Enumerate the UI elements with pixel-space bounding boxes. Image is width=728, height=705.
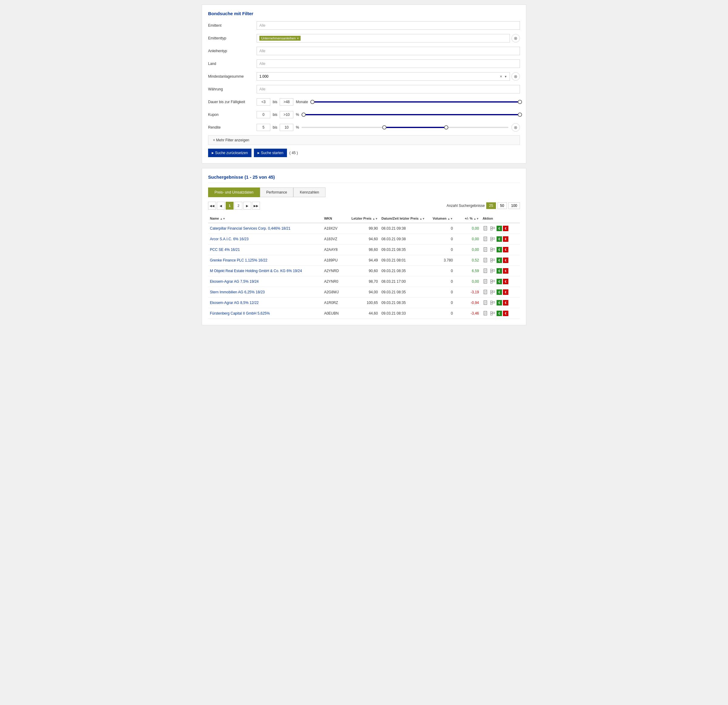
action-sell-icon[interactable]: € [503, 289, 508, 295]
waehrung-input[interactable] [257, 85, 520, 94]
page-size-25[interactable]: 25 [486, 202, 495, 209]
land-input[interactable] [257, 59, 520, 68]
dauer-max-value: >48 [280, 98, 293, 105]
page-prev-btn[interactable]: ◀ [217, 202, 225, 209]
action-buy-icon[interactable]: € [497, 311, 502, 316]
action-doc-icon[interactable] [482, 268, 489, 274]
kupon-thumb-right[interactable] [518, 113, 522, 117]
action-sell-icon[interactable]: € [503, 300, 508, 305]
action-doc-icon[interactable] [482, 289, 489, 295]
emittenttyp-tag: Unternehmensanleihen × [259, 36, 300, 40]
emittenttyp-tag-remove[interactable]: × [297, 36, 299, 40]
dauer-thumb-left[interactable] [310, 100, 315, 104]
kupon-label: Kupon [208, 113, 257, 117]
cell-name[interactable]: Ekosem-Agrar AG 7,5% 19/24 [208, 276, 322, 287]
page-last-btn[interactable]: ▶▶ [252, 202, 260, 209]
reset-search-button[interactable]: Suche zurücksetzen [208, 149, 251, 157]
tab-performance[interactable]: Performance [260, 188, 294, 197]
action-sell-icon[interactable]: € [503, 268, 508, 274]
cell-aktion: € € [481, 308, 520, 319]
cell-pct: 0,00 [455, 234, 481, 244]
emittent-input[interactable] [257, 21, 520, 30]
emittenttyp-input[interactable]: Unternehmensanleihen × [257, 34, 510, 42]
action-compare-icon[interactable] [490, 236, 495, 242]
col-header-wkn: WKN [322, 214, 348, 223]
action-compare-icon[interactable] [490, 257, 495, 263]
mindest-dropdown-arrow: ▼ [504, 75, 507, 78]
action-compare-icon[interactable] [490, 225, 495, 231]
action-doc-icon[interactable] [482, 257, 489, 263]
action-compare-icon[interactable] [490, 268, 495, 274]
tab-preis-umsatz[interactable]: Preis- und Umsatzdaten [208, 188, 260, 197]
svg-rect-53 [491, 301, 492, 302]
page-first-btn[interactable]: ◀◀ [208, 202, 216, 209]
action-doc-icon[interactable] [482, 236, 489, 242]
mindestanlagesumme-clear-btn[interactable]: ⊗ [511, 72, 520, 81]
page-size-50[interactable]: 50 [497, 202, 507, 209]
col-header-pct[interactable]: +/- % ▲▼ [455, 214, 481, 223]
dauer-slider[interactable] [310, 98, 520, 105]
cell-preis: 98,70 [348, 276, 380, 287]
cell-pct: -0,94 [455, 298, 481, 308]
page-2-btn[interactable]: 2 [234, 202, 243, 209]
col-header-datum[interactable]: Datum/Zeit letzter Preis ▲▼ [380, 214, 429, 223]
cell-name[interactable]: Stern Immobilien AG 6,25% 18/23 [208, 287, 322, 298]
action-sell-icon[interactable]: € [503, 311, 508, 316]
svg-rect-5 [493, 227, 495, 229]
col-header-name[interactable]: Name ▲▼ [208, 214, 322, 223]
action-sell-icon[interactable]: € [503, 236, 508, 242]
rendite-slider[interactable] [302, 124, 508, 131]
rendite-thumb-right[interactable] [444, 125, 448, 130]
mindest-clear-x[interactable]: ✕ [500, 75, 502, 79]
tab-kennzahlen[interactable]: Kennzahlen [293, 188, 325, 197]
kupon-slider[interactable] [302, 111, 520, 118]
cell-name[interactable]: Arcor S.A.I.C. 6% 16/23 [208, 234, 322, 244]
page-next-btn[interactable]: ▶ [243, 202, 251, 209]
action-buy-icon[interactable]: € [497, 268, 502, 274]
action-buy-icon[interactable]: € [497, 300, 502, 305]
action-compare-icon[interactable] [490, 310, 495, 316]
action-buy-icon[interactable]: € [497, 289, 502, 295]
page-size-100[interactable]: 100 [508, 202, 520, 209]
action-doc-icon[interactable] [482, 247, 489, 253]
action-buy-icon[interactable]: € [497, 236, 502, 242]
cell-name[interactable]: Ekosem-Agrar AG 8,5% 12/22 [208, 298, 322, 308]
rendite-thumb-left[interactable] [382, 125, 386, 130]
mindestanlagesumme-input[interactable]: ✕ ▼ [257, 72, 510, 81]
cell-name[interactable]: M Objekt Real Estate Holding GmbH & Co. … [208, 266, 322, 276]
action-compare-icon[interactable] [490, 289, 495, 295]
cell-datum: 09.03.21 08:35 [380, 298, 429, 308]
action-compare-icon[interactable] [490, 279, 495, 285]
dauer-thumb-right[interactable] [518, 100, 522, 104]
action-doc-icon[interactable] [482, 310, 489, 316]
cell-name[interactable]: Grenke Finance PLC 1,125% 16/22 [208, 255, 322, 266]
action-buy-icon[interactable]: € [497, 257, 502, 263]
cell-pct: 6,59 [455, 266, 481, 276]
action-sell-icon[interactable]: € [503, 257, 508, 263]
action-doc-icon[interactable] [482, 279, 489, 285]
action-sell-icon[interactable]: € [503, 247, 508, 252]
action-buy-icon[interactable]: € [497, 279, 502, 284]
cell-name[interactable]: Caterpillar Financial Services Corp. 0,4… [208, 223, 322, 234]
emittenttyp-clear-btn[interactable]: ⊗ [511, 34, 520, 42]
col-header-preis[interactable]: Letzter Preis ▲▼ [348, 214, 380, 223]
cell-aktion: € € [481, 276, 520, 287]
rendite-clear-btn[interactable]: ⊗ [511, 123, 520, 131]
kupon-thumb-left[interactable] [302, 113, 306, 117]
action-compare-icon[interactable] [490, 300, 495, 306]
action-buy-icon[interactable]: € [497, 247, 502, 252]
page-1-btn[interactable]: 1 [226, 202, 234, 209]
mindestanlagesumme-field[interactable] [259, 74, 500, 79]
action-sell-icon[interactable]: € [503, 226, 508, 231]
action-doc-icon[interactable] [482, 225, 489, 231]
cell-name[interactable]: PCC SE 4% 16/21 [208, 244, 322, 255]
start-search-button[interactable]: Suche starten [254, 149, 287, 157]
anleihentyp-input[interactable] [257, 47, 520, 55]
col-header-volumen[interactable]: Volumen ▲▼ [429, 214, 455, 223]
more-filters-button[interactable]: + Mehr Filter anzeigen [208, 135, 520, 145]
action-sell-icon[interactable]: € [503, 279, 508, 284]
action-compare-icon[interactable] [490, 247, 495, 253]
action-buy-icon[interactable]: € [497, 226, 502, 231]
cell-name[interactable]: Fürstenberg Capital II GmbH 5,625% [208, 308, 322, 319]
action-doc-icon[interactable] [482, 300, 489, 306]
